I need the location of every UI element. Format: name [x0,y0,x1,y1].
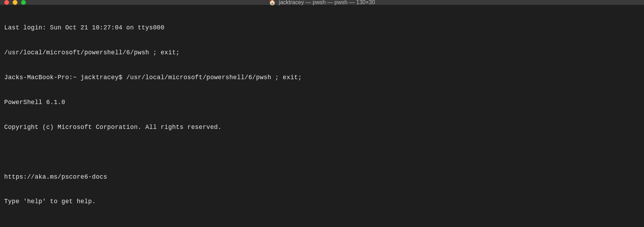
blank-line [4,222,640,227]
terminal-window: 🏠 jacktracey — pwsh — pwsh — 130×30 Last… [0,0,644,227]
output-line: /usr/local/microsoft/powershell/6/pwsh ;… [4,49,640,57]
blank-line [4,148,640,157]
minimize-button[interactable] [13,0,18,5]
close-button[interactable] [4,0,9,5]
titlebar: 🏠 jacktracey — pwsh — pwsh — 130×30 [0,0,644,5]
output-line: Type 'help' to get help. [4,198,640,206]
window-title: 🏠 jacktracey — pwsh — pwsh — 130×30 [269,0,375,6]
home-icon: 🏠 [269,0,276,5]
output-line: Jacks-MacBook-Pro:~ jacktracey$ /usr/loc… [4,74,640,82]
output-line: PowerShell 6.1.0 [4,98,640,107]
maximize-button[interactable] [21,0,26,5]
output-line: Last login: Sun Oct 21 10:27:04 on ttys0… [4,24,640,32]
terminal-content[interactable]: Last login: Sun Oct 21 10:27:04 on ttys0… [0,5,644,227]
output-line: Copyright (c) Microsoft Corporation. All… [4,123,640,132]
title-text: jacktracey — pwsh — pwsh — 130×30 [279,0,375,6]
output-line: https://aka.ms/pscore6-docs [4,173,640,181]
traffic-lights [4,0,26,5]
